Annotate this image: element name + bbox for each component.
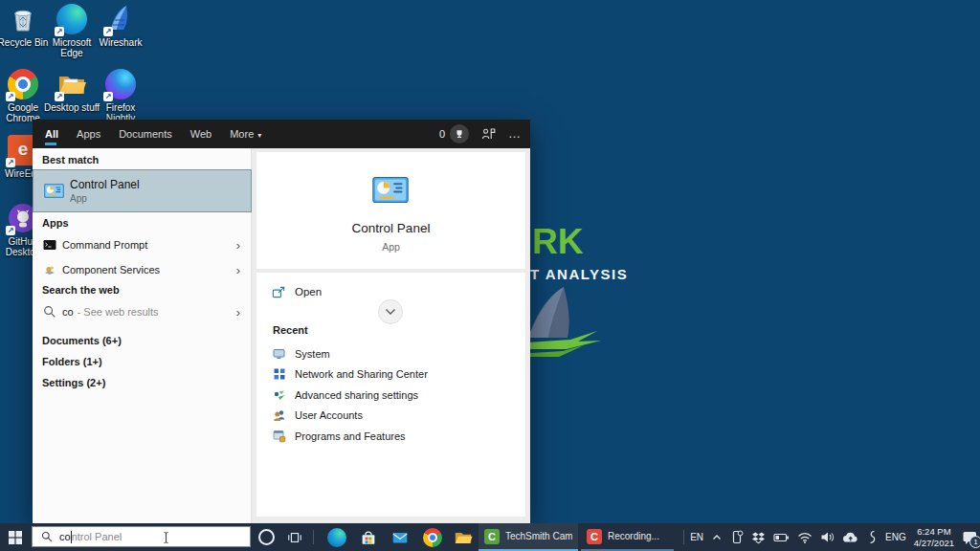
chevron-right-icon[interactable]: › xyxy=(236,264,240,276)
recent-item-advanced-sharing-settings[interactable]: Advanced sharing settings xyxy=(273,385,523,405)
dropbox-icon[interactable] xyxy=(751,531,766,544)
taskbar-window-camtasia[interactable]: C TechSmith Camtasi... xyxy=(479,523,578,551)
your-phone-icon[interactable] xyxy=(730,530,744,544)
tab-documents[interactable]: Documents xyxy=(119,120,172,148)
recent-item-network-sharing-center[interactable]: Network and Sharing Center xyxy=(273,364,523,385)
web-suffix: - See web results xyxy=(78,306,159,318)
result-label: Command Prompt xyxy=(62,239,147,251)
mail-icon xyxy=(390,528,410,547)
tab-apps[interactable]: Apps xyxy=(77,120,100,148)
tray-language-code[interactable]: ENG xyxy=(885,532,906,542)
best-match-subtitle: App xyxy=(70,193,87,204)
tray-time: 6:24 PM xyxy=(917,526,950,537)
wallpaper-headline-fragment: RK xyxy=(532,222,583,262)
taskbar-mail-button[interactable] xyxy=(386,523,414,551)
firefox-nightly-icon: ↗ xyxy=(105,69,136,99)
result-web-search[interactable]: co - See web results › xyxy=(33,299,252,324)
taskbar-chrome-button[interactable] xyxy=(418,523,447,551)
recent-item-label: Programs and Features xyxy=(295,430,406,442)
preview-title: Control Panel xyxy=(252,221,530,235)
command-prompt-icon xyxy=(43,238,56,252)
recent-item-programs-and-features[interactable]: Programs and Features xyxy=(273,426,523,446)
desktop-icon-wireshark[interactable]: ↗ Wireshark xyxy=(92,4,149,48)
best-match-header: Best match xyxy=(42,154,99,165)
shortcut-arrow-icon: ↗ xyxy=(103,92,113,101)
taskbar: co ntrol Panel xyxy=(0,523,980,551)
taskbar-window-recording[interactable]: C Recording... xyxy=(581,523,674,551)
shortcut-arrow-icon: ↗ xyxy=(6,226,15,235)
taskbar-window-label: TechSmith Camtasi... xyxy=(505,531,572,541)
desktop-icon-label: Wireshark xyxy=(92,37,149,48)
component-services-icon xyxy=(43,263,56,276)
chevron-right-icon[interactable]: › xyxy=(236,306,240,319)
microsoft-edge-icon xyxy=(327,528,346,547)
microsoft-store-icon xyxy=(359,528,378,547)
recent-item-user-accounts[interactable]: User Accounts xyxy=(273,406,523,426)
feedback-button[interactable] xyxy=(481,127,496,141)
user-accounts-icon xyxy=(273,408,286,422)
rewards-count: 0 xyxy=(439,128,445,140)
programs-features-icon xyxy=(273,430,286,443)
camtasia-recorder-icon: C xyxy=(587,529,602,544)
open-action[interactable]: Open xyxy=(272,280,322,303)
start-button[interactable] xyxy=(0,523,31,551)
taskbar-file-explorer-button[interactable] xyxy=(449,523,478,551)
result-command-prompt[interactable]: Command Prompt › xyxy=(33,232,252,257)
trophy-icon xyxy=(450,124,469,143)
cortana-button[interactable] xyxy=(253,523,279,551)
open-icon xyxy=(272,285,286,299)
tray-clock[interactable]: 6:24 PM 4/27/2021 xyxy=(914,526,954,548)
taskbar-edge-button[interactable] xyxy=(323,523,351,551)
chevron-right-icon[interactable]: › xyxy=(236,239,240,252)
search-typed-text: co xyxy=(59,531,71,542)
recent-section-header: Recent xyxy=(273,324,308,336)
tab-more[interactable]: More▾ xyxy=(230,120,261,148)
shortcut-arrow-icon: ↗ xyxy=(55,27,64,36)
tray-language-short[interactable]: EN xyxy=(690,532,703,542)
best-match-title: Control Panel xyxy=(70,178,140,191)
apps-section-header: Apps xyxy=(42,217,69,229)
tray-show-hidden-icons-button[interactable] xyxy=(711,532,723,543)
onedrive-icon[interactable] xyxy=(842,531,858,543)
system-tray: EN xyxy=(690,523,978,551)
wifi-icon[interactable] xyxy=(797,532,813,543)
best-match-result-control-panel[interactable]: Control Panel App xyxy=(33,169,252,212)
result-component-services[interactable]: Component Services › xyxy=(33,257,252,282)
tab-all[interactable]: All xyxy=(45,120,58,148)
more-options-button[interactable]: … xyxy=(508,129,521,139)
tray-date: 4/27/2021 xyxy=(914,538,954,548)
taskbar-search-box[interactable]: co ntrol Panel xyxy=(32,526,251,547)
chevron-down-icon xyxy=(385,308,396,316)
web-section-header: Search the web xyxy=(42,284,120,296)
taskbar-separator xyxy=(683,530,684,544)
volume-icon[interactable] xyxy=(820,531,835,543)
windows-desktop: RK T ANALYSIS Recycle Bin ↗ Microsoft Ed… xyxy=(0,0,980,551)
rewards-button[interactable]: 0 xyxy=(439,124,469,143)
taskbar-store-button[interactable] xyxy=(354,523,383,551)
system-icon xyxy=(273,347,286,361)
search-header-actions: 0 … xyxy=(439,120,521,148)
shortcut-arrow-icon: ↗ xyxy=(103,27,113,36)
google-chrome-icon: ↗ xyxy=(8,69,38,99)
search-suggestion-text: ntrol Panel xyxy=(72,531,122,542)
search-tab-bar: All Apps Documents Web More▾ 0 xyxy=(33,120,530,148)
battery-icon[interactable] xyxy=(773,532,790,543)
google-chrome-icon xyxy=(423,528,442,547)
collapsed-section-documents[interactable]: Documents (6+) xyxy=(42,330,122,351)
chevron-down-icon: ▾ xyxy=(257,131,261,140)
result-label: Component Services xyxy=(62,264,160,276)
tab-web[interactable]: Web xyxy=(190,120,212,148)
pen-squiggle-tray-icon[interactable] xyxy=(866,530,878,544)
windows-logo-icon xyxy=(9,531,22,544)
desktop-icon-firefox-nightly[interactable]: ↗ Firefox Nightly xyxy=(92,69,149,123)
shortcut-arrow-icon: ↗ xyxy=(6,158,15,167)
control-panel-icon xyxy=(44,184,64,198)
start-search-window: All Apps Documents Web More▾ 0 xyxy=(33,120,530,523)
recent-item-system[interactable]: System xyxy=(273,343,523,364)
expand-preview-button[interactable] xyxy=(378,299,403,324)
collapsed-section-settings[interactable]: Settings (2+) xyxy=(42,372,105,393)
task-view-button[interactable] xyxy=(281,523,308,551)
chevron-up-icon xyxy=(711,532,723,543)
action-center-button[interactable]: 1 xyxy=(962,530,978,545)
collapsed-section-folders[interactable]: Folders (1+) xyxy=(42,351,102,372)
